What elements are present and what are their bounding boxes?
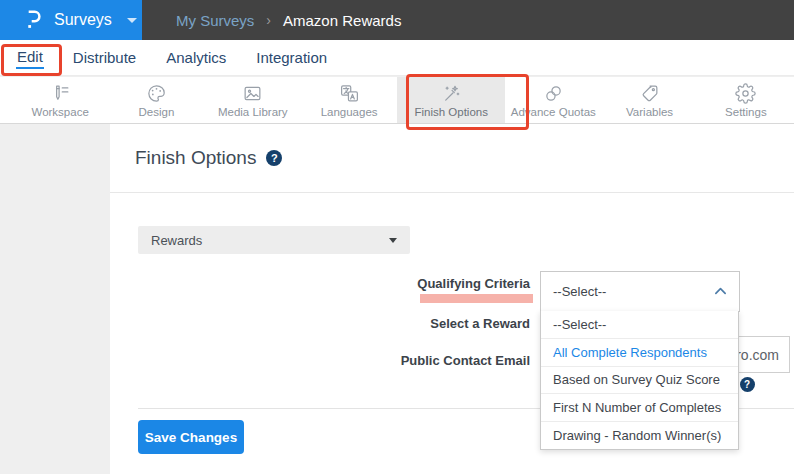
- qualifying-criteria-dropdown: --Select-- All Complete Respondents Base…: [540, 311, 739, 450]
- dropdown-option-select[interactable]: --Select--: [541, 311, 738, 339]
- toolbar-item-advance-quotas[interactable]: Advance Quotas: [505, 77, 601, 123]
- toolbar-item-media-library[interactable]: Media Library: [205, 77, 301, 123]
- design-icon: [146, 83, 167, 104]
- dropdown-option-all-complete-respondents[interactable]: All Complete Respondents: [541, 339, 738, 367]
- nav-tab-integration[interactable]: Integration: [255, 47, 328, 68]
- languages-icon: [339, 83, 360, 104]
- save-changes-button[interactable]: Save Changes: [138, 420, 244, 454]
- breadcrumb-my-surveys[interactable]: My Surveys: [176, 12, 254, 29]
- qualifying-criteria-value: --Select--: [553, 284, 606, 299]
- questionpro-logo-icon: [25, 9, 43, 31]
- variables-icon: [639, 83, 660, 104]
- help-icon[interactable]: ?: [266, 150, 282, 166]
- settings-icon: [735, 83, 756, 104]
- page-title: Finish Options: [135, 147, 256, 169]
- toolbar-item-design[interactable]: Design: [108, 77, 204, 123]
- email-help-icon[interactable]: ?: [740, 377, 755, 392]
- toolbar-item-finish-options[interactable]: Finish Options: [397, 77, 505, 123]
- panel-header: Finish Options ?: [110, 124, 794, 193]
- product-name: Surveys: [54, 11, 112, 29]
- toolbar-label: Finish Options: [414, 106, 488, 118]
- dropdown-option-drawing-random-winners[interactable]: Drawing - Random Winner(s): [541, 422, 738, 449]
- toolbar-item-variables[interactable]: Variables: [601, 77, 697, 123]
- qualifying-criteria-select[interactable]: --Select--: [540, 271, 740, 312]
- survey-nav: Edit Distribute Analytics Integration: [0, 40, 794, 76]
- finish-options-form: Rewards Qualifying Criteria --Select-- -…: [110, 193, 794, 474]
- nav-tab-distribute[interactable]: Distribute: [72, 47, 137, 68]
- finish-options-icon: [441, 83, 462, 104]
- qualifying-criteria-label: Qualifying Criteria: [310, 276, 530, 291]
- toolbar-label: Workspace: [32, 106, 89, 118]
- caret-down-icon: [389, 238, 397, 243]
- toolbar-label: Design: [139, 106, 175, 118]
- breadcrumb: My Surveys › Amazon Rewards: [142, 0, 794, 40]
- toolbar-label: Variables: [626, 106, 673, 118]
- surveys-product-menu[interactable]: Surveys: [0, 0, 142, 40]
- toolbar-label: Media Library: [218, 106, 288, 118]
- public-contact-email-value: ro.com: [736, 347, 779, 363]
- select-a-reward-label: Select a Reward: [310, 316, 530, 331]
- breadcrumb-separator-icon: ›: [266, 12, 271, 28]
- nav-tab-analytics[interactable]: Analytics: [165, 47, 227, 68]
- breadcrumb-current-survey: Amazon Rewards: [283, 12, 401, 29]
- chevron-down-icon: [127, 18, 137, 23]
- nav-tab-edit[interactable]: Edit: [16, 46, 44, 69]
- app-window: Surveys My Surveys › Amazon Rewards Edit…: [0, 0, 794, 474]
- toolbar-label: Languages: [321, 106, 378, 118]
- finish-option-type-select[interactable]: Rewards: [138, 226, 410, 254]
- dropdown-option-first-n-completes[interactable]: First N Number of Completes: [541, 394, 738, 422]
- media-library-icon: [242, 83, 263, 104]
- toolbar-label: Advance Quotas: [511, 106, 596, 118]
- finish-options-panel: Finish Options ? Rewards Qualifying Crit…: [110, 124, 794, 474]
- toolbar-item-settings[interactable]: Settings: [698, 77, 794, 123]
- pink-highlight-annotation: [420, 294, 533, 303]
- public-contact-email-label: Public Contact Email: [310, 353, 530, 368]
- finish-option-type-value: Rewards: [151, 233, 202, 248]
- edit-toolbar: Workspace Design Media Library: [0, 77, 794, 124]
- advance-quotas-icon: [543, 83, 564, 104]
- dropdown-option-survey-quiz-score[interactable]: Based on Survey Quiz Score: [541, 367, 738, 395]
- toolbar-item-workspace[interactable]: Workspace: [12, 77, 108, 123]
- toolbar-item-languages[interactable]: Languages: [301, 77, 397, 123]
- chevron-up-icon: [714, 285, 727, 298]
- toolbar-label: Settings: [725, 106, 767, 118]
- top-bar: Surveys My Surveys › Amazon Rewards: [0, 0, 794, 40]
- workspace-icon: [50, 83, 71, 104]
